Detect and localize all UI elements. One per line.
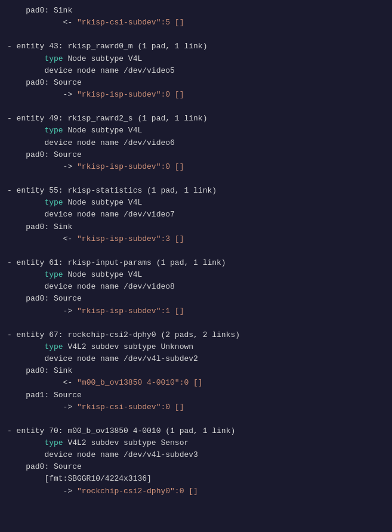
entity-61-header: - entity 61: rkisp-input-params (1 pad, … — [7, 258, 226, 267]
entity-70-pad0: pad0: Source — [7, 462, 82, 471]
line-arrow-csi-5: <- "rkisp-csi-subdev":5 [] — [7, 18, 184, 27]
entity-61-device: device node name /dev/video8 — [7, 282, 175, 291]
entity-43-type: type Node subtype V4L — [7, 54, 142, 63]
entity-49-pad0: pad0: Source — [7, 150, 82, 159]
entity-61-link: -> "rkisp-isp-subdev":1 [] — [7, 307, 184, 316]
entity-43-device: device node name /dev/video5 — [7, 66, 175, 75]
code-content: pad0: Sink <- "rkisp-csi-subdev":5 [] - … — [7, 5, 385, 497]
entity-67-pad0: pad0: Sink — [7, 366, 72, 375]
line-pad0-sink-1: pad0: Sink — [7, 6, 72, 15]
entity-49-type: type Node subtype V4L — [7, 126, 142, 135]
entity-61-type: type Node subtype V4L — [7, 270, 142, 279]
entity-67-type: type V4L2 subdev subtype Unknown — [7, 342, 193, 351]
entity-70-link: -> "rockchip-csi2-dphy0":0 [] — [7, 487, 198, 496]
entity-43-pad0: pad0: Source — [7, 78, 82, 87]
entity-43-header: - entity 43: rkisp_rawrd0_m (1 pad, 1 li… — [7, 42, 207, 51]
entity-67-link-out: -> "rkisp-csi-subdev":0 [] — [7, 403, 184, 412]
entity-70-fmt: [fmt:SBGGR10/4224x3136] — [7, 474, 152, 483]
entity-55-link: <- "rkisp-isp-subdev":3 [] — [7, 234, 184, 243]
entity-55-pad0: pad0: Sink — [7, 222, 72, 231]
entity-55-type: type Node subtype V4L — [7, 198, 142, 207]
entity-55-header: - entity 55: rkisp-statistics (1 pad, 1 … — [7, 186, 217, 195]
entity-70-device: device node name /dev/v4l-subdev3 — [7, 450, 198, 459]
entity-67-header: - entity 67: rockchip-csi2-dphy0 (2 pads… — [7, 330, 240, 339]
entity-67-device: device node name /dev/v4l-subdev2 — [7, 354, 198, 363]
entity-61-pad0: pad0: Source — [7, 294, 82, 303]
entity-67-pad1: pad1: Source — [7, 391, 82, 400]
entity-49-device: device node name /dev/video6 — [7, 138, 175, 147]
entity-70-header: - entity 70: m00_b_ov13850 4-0010 (1 pad… — [7, 426, 235, 435]
entity-67-link-in: <- "m00_b_ov13850 4-0010":0 [] — [7, 378, 203, 387]
entity-43-link: -> "rkisp-isp-subdev":0 [] — [7, 90, 184, 99]
entity-55-device: device node name /dev/video7 — [7, 210, 175, 219]
entity-49-header: - entity 49: rkisp_rawrd2_s (1 pad, 1 li… — [7, 114, 207, 123]
terminal-output: pad0: Sink <- "rkisp-csi-subdev":5 [] - … — [7, 5, 385, 497]
entity-49-link: -> "rkisp-isp-subdev":0 [] — [7, 162, 184, 171]
entity-70-type: type V4L2 subdev subtype Sensor — [7, 438, 189, 447]
